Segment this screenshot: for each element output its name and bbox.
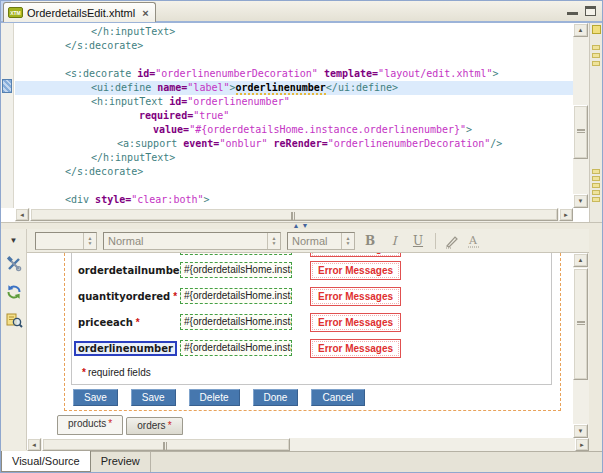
cancel-button[interactable]: Cancel [311, 389, 364, 406]
occurrence-marker[interactable] [592, 183, 600, 188]
splitter-down-icon[interactable]: ▼ [302, 222, 311, 229]
page-preferences-icon[interactable] [5, 311, 23, 329]
save-button[interactable]: Save [131, 389, 176, 406]
error-messages-box[interactable]: Error Messages [310, 313, 401, 332]
code-line[interactable] [15, 53, 573, 67]
visual-vertical-scrollbar[interactable]: ▲ ▼ [573, 253, 589, 438]
code-area[interactable]: </h:inputText></s:decorate><s:decorate i… [15, 25, 573, 208]
occurrence-marker[interactable] [592, 176, 600, 181]
field-input[interactable]: #{orderdetailsHome.instan [180, 340, 292, 356]
editor-tab[interactable]: XTM OrderdetailsEdit.xhtml × [3, 2, 156, 22]
visual-horizontal-scrollbar[interactable]: ◄ ► [27, 438, 589, 452]
source-horizontal-scrollbar[interactable]: ◄ ► [15, 208, 573, 222]
error-messages-box[interactable]: Error Messages [310, 339, 401, 358]
combo-spinner-icon[interactable]: ▲▼ [267, 233, 280, 249]
code-line[interactable]: </s:decorate> [15, 39, 573, 53]
combo-spinner-icon[interactable]: ▲▼ [83, 233, 96, 249]
svg-text:A: A [468, 234, 478, 247]
tab-visual-source[interactable]: Visual/Source [1, 451, 91, 472]
occurrence-marker[interactable] [592, 190, 600, 195]
field-label[interactable]: priceeach [78, 317, 133, 328]
scroll-left-icon[interactable]: ◄ [15, 208, 29, 221]
entity-tab-orders[interactable]: orders* [126, 417, 182, 435]
annotations-header-marker[interactable] [592, 25, 601, 34]
code-line[interactable]: <div style="clear:both"> [15, 193, 573, 207]
error-messages-box[interactable]: Error Messages [310, 253, 401, 257]
done-button[interactable]: Done [253, 389, 299, 406]
toolbar-overflow-icon[interactable]: ▼ [1, 236, 26, 245]
code-line-highlighted[interactable]: <ui:define name="label">orderlinenumber<… [15, 81, 573, 95]
font-combo[interactable]: Normal ▲▼ [287, 232, 355, 250]
error-messages-box[interactable]: Error Messages [310, 287, 401, 306]
field-input[interactable]: #{orderdetailsHome.instan [180, 253, 292, 255]
combo-value: Normal [104, 235, 267, 247]
scroll-right-icon[interactable]: ► [559, 208, 573, 221]
required-asterisk: * [108, 418, 112, 429]
code-line[interactable]: </s:decorate> [15, 165, 573, 179]
scroll-right-icon[interactable]: ► [575, 438, 589, 451]
combo-spinner-icon[interactable]: ▲▼ [341, 233, 354, 249]
field-input[interactable]: #{orderdetailsHome.instan [180, 262, 292, 278]
pane-splitter[interactable]: ▲▼ [1, 222, 602, 229]
delete-button[interactable]: Delete [189, 389, 240, 406]
scroll-thumb[interactable] [30, 208, 558, 221]
scroll-down-icon[interactable]: ▼ [573, 424, 588, 438]
code-token: "#{orderdetailsHome.instance.orderlinenu… [189, 124, 466, 135]
entity-tab-products[interactable]: products* [57, 415, 123, 435]
font-color-icon[interactable]: A [466, 233, 482, 249]
thumb-grip [577, 129, 585, 133]
source-vertical-scrollbar[interactable]: ▲ ▼ [573, 23, 589, 208]
splitter-up-icon[interactable]: ▲ [293, 222, 302, 229]
field-label[interactable]: quantityordered [78, 291, 170, 302]
scroll-thumb[interactable] [573, 268, 588, 380]
scroll-left-icon[interactable]: ◄ [27, 438, 41, 451]
style-class-combo[interactable]: ▲▼ [35, 232, 97, 250]
bold-button[interactable]: B [361, 232, 379, 250]
occurrence-marker[interactable] [592, 197, 600, 202]
minimize-view-icon[interactable] [567, 6, 578, 15]
paragraph-format-combo[interactable]: Normal ▲▼ [103, 232, 281, 250]
form-row: priceeach*#{orderdetailsHome.instanError… [72, 309, 551, 335]
scroll-thumb[interactable] [573, 105, 588, 159]
code-line[interactable]: <h:inputText id="orderlinenumber" [15, 95, 573, 109]
occurrence-marker[interactable] [592, 53, 600, 58]
refresh-icon[interactable] [5, 283, 23, 301]
field-label[interactable]: orderdetailnumber [78, 265, 185, 276]
maximize-view-icon[interactable] [585, 6, 596, 16]
occurrence-marker[interactable] [592, 61, 600, 66]
vpe-side-toolbar: ▼ [1, 229, 27, 450]
occurrence-marker[interactable] [592, 45, 600, 50]
field-input[interactable]: #{orderdetailsHome.instan [180, 288, 292, 304]
save-button[interactable]: Save [73, 389, 118, 406]
annotation-ruler[interactable] [1, 23, 14, 208]
occurrence-marker[interactable] [592, 169, 600, 174]
scroll-thumb[interactable] [42, 438, 290, 451]
right-filler [589, 229, 602, 438]
code-token: > [230, 82, 236, 93]
field-input[interactable]: #{orderdetailsHome.instan [180, 314, 292, 330]
italic-button[interactable]: I [385, 232, 403, 250]
highlight-pen-icon[interactable] [444, 233, 460, 249]
code-token: "true" [193, 110, 229, 121]
overview-ruler[interactable] [589, 23, 602, 222]
required-asterisk: * [173, 291, 177, 302]
scroll-down-icon[interactable]: ▼ [573, 194, 588, 208]
code-line[interactable]: value="#{orderdetailsHome.instance.order… [15, 123, 573, 137]
scroll-up-icon[interactable]: ▲ [573, 23, 588, 37]
field-label-cell: quantityordered* [78, 291, 180, 302]
visual-canvas[interactable]: #{orderdetailsHome.instan Error Messages… [27, 253, 575, 438]
close-tab-icon[interactable]: × [142, 7, 148, 19]
code-line[interactable]: <a:support event="onblur" reRender="orde… [15, 137, 573, 151]
code-line[interactable]: </h:inputText> [15, 25, 573, 39]
field-label[interactable]: orderlinenumber [74, 341, 177, 356]
underline-button[interactable]: U [409, 232, 427, 250]
error-messages-box[interactable]: Error Messages [310, 261, 401, 280]
code-line[interactable] [15, 179, 573, 193]
tools-icon[interactable] [5, 255, 23, 273]
scroll-up-icon[interactable]: ▲ [573, 253, 588, 267]
code-line[interactable]: </h:inputText> [15, 151, 573, 165]
code-line[interactable]: required="true" [15, 109, 573, 123]
code-token: "onblur" [219, 138, 267, 149]
tab-preview[interactable]: Preview [91, 452, 151, 472]
code-line[interactable]: <s:decorate id="orderlinenumberDecoratio… [15, 67, 573, 81]
